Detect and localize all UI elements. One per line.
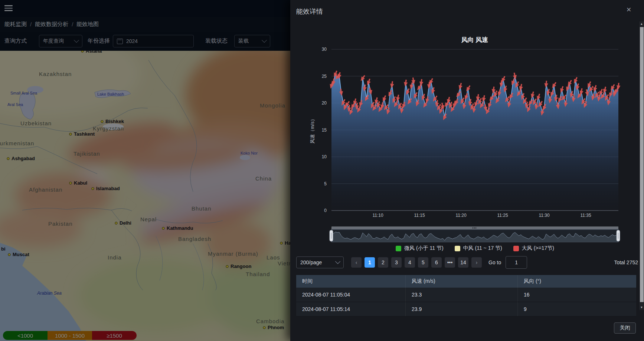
goto-label: Go to xyxy=(488,259,501,265)
svg-text:25: 25 xyxy=(322,74,327,79)
legend-swatch xyxy=(396,246,401,251)
svg-text:0: 0 xyxy=(324,208,327,213)
more-pages-button[interactable]: ••• xyxy=(445,257,455,268)
table-cell: 16 xyxy=(518,288,636,302)
legend-swatch xyxy=(513,246,519,251)
table-row[interactable]: 2024-08-07 11:05:1423.99 xyxy=(296,302,636,317)
svg-text:11:15: 11:15 xyxy=(414,213,425,218)
scrollbar-up-arrow[interactable]: ▲ xyxy=(639,21,644,26)
page-button-14[interactable]: 14 xyxy=(458,257,468,268)
close-button[interactable]: 关闭 xyxy=(614,322,636,334)
page-button-2[interactable]: 2 xyxy=(378,257,388,268)
scrollbar-thumb[interactable] xyxy=(640,27,644,302)
page-size-value: 200/page xyxy=(300,259,322,265)
wind-chart[interactable]: 风向 风速风速（m/s）05101520253011:1011:1511:201… xyxy=(290,0,644,245)
page-size-select[interactable]: 200/page xyxy=(296,256,344,268)
svg-text:20: 20 xyxy=(322,100,327,106)
chart-legend-item[interactable]: 微风 (小于 11 节) xyxy=(396,245,444,252)
table-header-cell: 风向 (°) xyxy=(518,275,636,288)
svg-text:风速（m/s）: 风速（m/s） xyxy=(310,117,315,144)
page-button-6[interactable]: 6 xyxy=(431,257,442,268)
page-button-1[interactable]: 1 xyxy=(365,257,375,268)
detail-drawer: 能效详情 ✕ 风向 风速风速（m/s）05101520253011:1011:1… xyxy=(290,0,644,341)
chart-legend: 微风 (小于 11 节)中风 (11 ~ 17 节)大风 (>=17节) xyxy=(331,244,618,253)
drawer-close-icon[interactable]: ✕ xyxy=(626,6,631,14)
page-button-4[interactable]: 4 xyxy=(405,257,415,268)
table-body: 2024-08-07 11:05:0423.3162024-08-07 11:0… xyxy=(296,288,636,317)
svg-text:11:35: 11:35 xyxy=(580,213,591,218)
legend-swatch xyxy=(455,246,460,251)
scrollbar-down-arrow[interactable]: ▼ xyxy=(639,305,644,310)
wind-data-table: 时间风速 (m/s)风向 (°) 2024-08-07 11:05:0423.3… xyxy=(296,275,636,317)
table-cell: 2024-08-07 11:05:14 xyxy=(296,302,406,316)
next-page-button[interactable]: › xyxy=(471,257,482,268)
legend-label: 中风 (11 ~ 17 节) xyxy=(463,245,502,252)
table-cell: 9 xyxy=(518,302,636,316)
table-cell: 23.3 xyxy=(406,288,518,302)
table-row[interactable]: 2024-08-07 11:05:0423.316 xyxy=(296,288,636,302)
table-header-cell: 风速 (m/s) xyxy=(406,275,518,288)
svg-text:风向 风速: 风向 风速 xyxy=(461,36,488,43)
drawer-title: 能效详情 xyxy=(296,7,323,16)
table-cell: 23.9 xyxy=(406,302,518,316)
svg-text:11:20: 11:20 xyxy=(455,213,466,218)
prev-page-button[interactable]: ‹ xyxy=(351,257,362,268)
svg-text:11:25: 11:25 xyxy=(497,213,508,218)
page-button-3[interactable]: 3 xyxy=(391,257,402,268)
chevron-down-icon xyxy=(335,259,340,264)
svg-text:11:10: 11:10 xyxy=(372,213,383,218)
page-number-buttons: 123456•••14 xyxy=(365,257,468,268)
application-window: 能耗监测 / 能效数据分析 / 能效地图 查询方式 年度查询 年份选择 2024… xyxy=(0,0,644,341)
chart-legend-item[interactable]: 中风 (11 ~ 17 节) xyxy=(455,245,502,252)
main-app-area: 能耗监测 / 能效数据分析 / 能效地图 查询方式 年度查询 年份选择 2024… xyxy=(0,0,290,341)
svg-text:5: 5 xyxy=(324,181,327,186)
legend-label: 大风 (>=17节) xyxy=(522,245,554,252)
table-header-row: 时间风速 (m/s)风向 (°) xyxy=(296,275,636,288)
svg-text:10: 10 xyxy=(322,154,327,159)
svg-text:15: 15 xyxy=(322,128,327,133)
modal-dim-overlay[interactable] xyxy=(0,0,290,341)
chart-legend-item[interactable]: 大风 (>=17节) xyxy=(513,245,554,252)
svg-text:11:30: 11:30 xyxy=(539,213,549,218)
goto-page-input[interactable] xyxy=(506,256,527,269)
table-header-cell: 时间 xyxy=(296,275,406,288)
total-count: Total 2752 xyxy=(614,259,638,265)
table-cell: 2024-08-07 11:05:04 xyxy=(296,288,406,302)
legend-label: 微风 (小于 11 节) xyxy=(404,245,444,252)
pagination-bar: 200/page ‹ 123456•••14 › Go to Total 275… xyxy=(296,256,638,268)
vertical-scrollbar[interactable]: ▲ ▼ xyxy=(639,21,644,310)
page-button-5[interactable]: 5 xyxy=(418,257,428,268)
svg-text:30: 30 xyxy=(322,47,327,52)
